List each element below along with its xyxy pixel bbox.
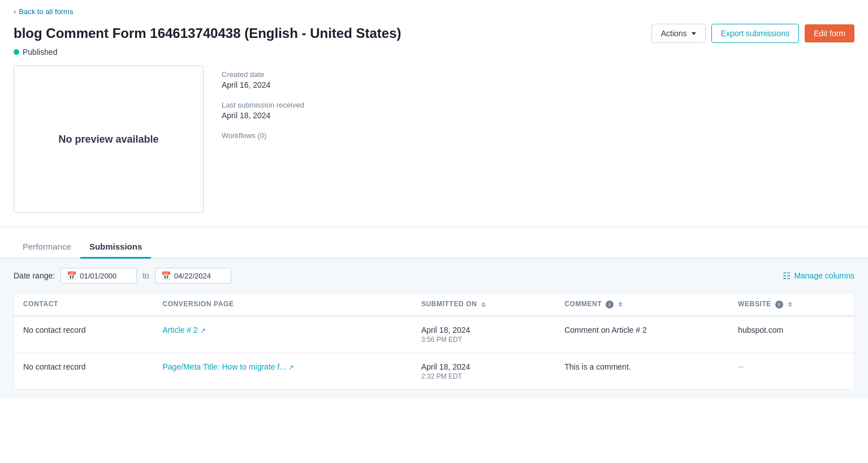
cell-comment: Comment on Article # 2 [555, 316, 729, 353]
date-to-label: to [142, 271, 149, 280]
chevron-left-icon: ‹ [14, 7, 16, 16]
col-conversion-page: CONVERSION PAGE [153, 293, 412, 316]
preview-text: No preview available [58, 134, 158, 145]
col-website[interactable]: WEBSITE i [729, 293, 854, 316]
status-dot [14, 49, 19, 55]
external-link-icon: ↗ [200, 327, 206, 335]
workflows-link[interactable]: Workflows (0) [222, 131, 304, 140]
meta-info: Created date April 16, 2024 Last submiss… [222, 66, 304, 213]
submitted-date: April 18, 2024 [421, 325, 546, 335]
date-to-input[interactable] [174, 272, 225, 280]
last-submission-label: Last submission received [222, 101, 304, 109]
submitted-time: 3:56 PM EDT [421, 336, 546, 344]
date-from-input-wrap: 📅 [61, 268, 137, 284]
cell-website: hubspot.com [729, 316, 854, 353]
table-row: No contact recordArticle # 2↗April 18, 2… [14, 316, 854, 353]
tab-performance[interactable]: Performance [14, 236, 80, 259]
manage-columns-button[interactable]: ☷ Manage columns [783, 271, 854, 281]
actions-button[interactable]: Actions [651, 24, 706, 43]
date-range-row: Date range: 📅 to 📅 ☷ Manage columns [14, 268, 854, 284]
table-row: No contact recordPage/Meta Title: How to… [14, 353, 854, 389]
sort-arrows-website [788, 302, 792, 307]
status-row: Published [14, 48, 854, 57]
last-submission-value: April 18, 2024 [222, 111, 304, 120]
submitted-date: April 18, 2024 [421, 362, 546, 371]
created-date-value: April 16, 2024 [222, 80, 304, 89]
calendar-to-icon: 📅 [161, 271, 171, 280]
external-link-icon: ↗ [288, 363, 294, 371]
header-actions: Actions Export submissions Edit form [651, 24, 854, 43]
conversion-page-link[interactable]: Article # 2 [162, 325, 197, 335]
date-to-input-wrap: 📅 [155, 268, 231, 284]
website-dash: -- [738, 362, 743, 371]
col-comment[interactable]: COMMENT i [555, 293, 729, 316]
date-range-label: Date range: [14, 271, 55, 280]
chevron-down-icon [692, 32, 696, 35]
status-badge: Published [23, 48, 58, 57]
cell-submitted-on: April 18, 20243:56 PM EDT [412, 316, 555, 353]
grid-icon: ☷ [783, 271, 791, 281]
date-from-input[interactable] [80, 272, 131, 280]
submissions-table: CONTACT CONVERSION PAGE SUBMITTED ON [14, 293, 854, 390]
website-info-icon[interactable]: i [775, 301, 783, 308]
col-contact: CONTACT [14, 293, 153, 316]
export-submissions-button[interactable]: Export submissions [711, 24, 799, 43]
page-title: blog Comment Form 164613740438 (English … [14, 25, 401, 41]
cell-conversion-page: Page/Meta Title: How to migrate f...↗ [153, 353, 412, 389]
created-date-label: Created date [222, 70, 304, 79]
cell-contact: No contact record [14, 316, 153, 353]
cell-contact: No contact record [14, 353, 153, 389]
calendar-from-icon: 📅 [67, 271, 76, 280]
conversion-page-link[interactable]: Page/Meta Title: How to migrate f... [162, 362, 286, 371]
cell-conversion-page: Article # 2↗ [153, 316, 412, 353]
submitted-time: 2:32 PM EDT [421, 372, 546, 380]
tab-submissions[interactable]: Submissions [80, 236, 151, 259]
tabs: Performance Submissions [0, 236, 868, 259]
cell-comment: This is a comment. [555, 353, 729, 389]
cell-website: -- [729, 353, 854, 389]
sort-arrows-submitted [481, 302, 486, 307]
cell-submitted-on: April 18, 20242:32 PM EDT [412, 353, 555, 389]
edit-form-button[interactable]: Edit form [805, 24, 854, 42]
comment-info-icon[interactable]: i [606, 301, 614, 308]
preview-box: No preview available [14, 66, 204, 213]
sort-arrows-comment [618, 302, 623, 307]
submissions-area: Date range: 📅 to 📅 ☷ Manage columns [0, 259, 868, 399]
back-to-forms-link[interactable]: ‹ Back to all forms [14, 7, 73, 16]
col-submitted-on[interactable]: SUBMITTED ON [412, 293, 555, 316]
